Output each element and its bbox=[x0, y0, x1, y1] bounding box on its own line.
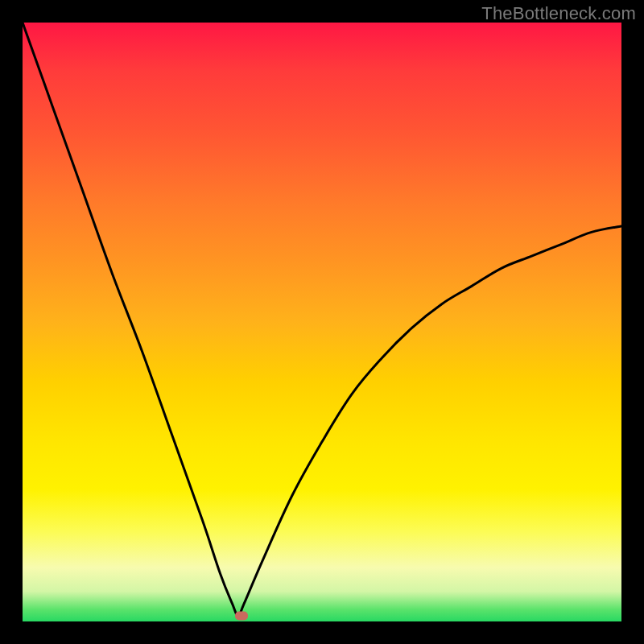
curve-svg bbox=[23, 23, 621, 621]
watermark-text: TheBottleneck.com bbox=[481, 3, 636, 24]
bottleneck-curve bbox=[23, 23, 621, 616]
chart-frame: TheBottleneck.com bbox=[0, 0, 644, 644]
plot-area bbox=[23, 23, 621, 621]
minimum-marker bbox=[235, 611, 248, 620]
